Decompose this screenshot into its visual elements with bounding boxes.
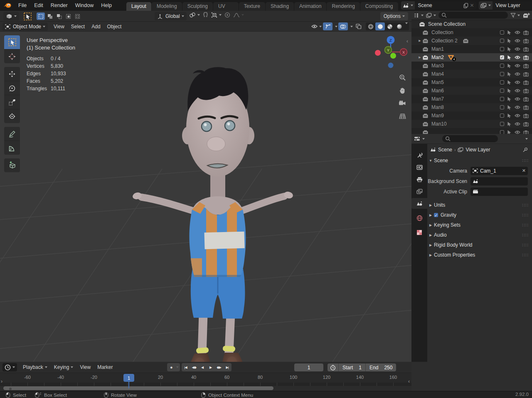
render-camera-icon[interactable] bbox=[523, 47, 529, 52]
next-key-button[interactable]: ◆▶ bbox=[215, 363, 223, 371]
panel-rigid-body-world[interactable]: ▶Rigid Body World∷∷ bbox=[427, 240, 532, 250]
play-button[interactable]: ▶ bbox=[207, 363, 215, 371]
filter-mode-dropdown[interactable] bbox=[426, 13, 436, 18]
timeline-menu-marker[interactable]: Marker bbox=[94, 364, 116, 370]
render-camera-icon[interactable] bbox=[523, 30, 529, 35]
scene-panel-header[interactable]: ▼ Scene ∷∷ bbox=[427, 156, 532, 166]
panel-grip-icon[interactable]: ∷∷ bbox=[522, 213, 529, 218]
camera-view-button[interactable] bbox=[397, 97, 408, 109]
tab-layout[interactable]: Layout bbox=[126, 2, 151, 11]
gravity-checkbox[interactable]: ✓ bbox=[434, 213, 438, 217]
options-button[interactable]: Options bbox=[380, 12, 408, 20]
overlays-dropdown[interactable] bbox=[350, 26, 353, 27]
selectable-icon[interactable] bbox=[507, 30, 512, 35]
exclude-checkbox[interactable] bbox=[500, 72, 504, 76]
timeline-menu-keying[interactable]: Keying bbox=[51, 364, 77, 370]
tab-modeling[interactable]: Modeling bbox=[152, 2, 182, 11]
mode-dropdown[interactable]: Object Mode bbox=[2, 22, 48, 31]
playhead[interactable]: 1 bbox=[123, 374, 134, 382]
proportional-edit-icon[interactable] bbox=[224, 12, 230, 18]
use-preview-range-toggle[interactable] bbox=[328, 363, 338, 371]
hide-eye-icon[interactable] bbox=[515, 72, 520, 76]
show-hide-dropdown[interactable] bbox=[311, 22, 322, 30]
active-tool-button[interactable] bbox=[22, 12, 33, 21]
exclude-checkbox[interactable] bbox=[500, 105, 504, 109]
gizmos-toggle[interactable] bbox=[323, 22, 332, 30]
falloff-curve-icon[interactable] bbox=[233, 12, 244, 18]
exclude-checkbox[interactable] bbox=[500, 114, 504, 118]
new-collection-button[interactable] bbox=[523, 12, 530, 18]
render-camera-icon[interactable] bbox=[523, 72, 529, 77]
properties-tab-scene[interactable] bbox=[411, 198, 427, 209]
render-camera-icon[interactable] bbox=[523, 89, 529, 93]
rotate-tool[interactable] bbox=[4, 81, 20, 95]
properties-tab-output[interactable] bbox=[411, 174, 427, 185]
overlays-toggle[interactable] bbox=[338, 22, 348, 30]
timeline-menu-playback[interactable]: Playback bbox=[20, 364, 51, 370]
selectable-icon[interactable] bbox=[507, 47, 512, 52]
select-set-button[interactable] bbox=[37, 12, 45, 20]
jump-end-button[interactable]: ▶| bbox=[223, 363, 232, 371]
prev-key-button[interactable]: ◀◆ bbox=[190, 363, 198, 371]
filter-button[interactable] bbox=[510, 13, 520, 18]
outliner-row-man8[interactable]: Man8 bbox=[411, 103, 532, 111]
exclude-checkbox[interactable] bbox=[500, 130, 504, 134]
add-cube-tool[interactable] bbox=[4, 158, 20, 172]
timeline-scrollbar[interactable] bbox=[3, 386, 273, 390]
panel-grip-icon[interactable]: ∷∷ bbox=[522, 158, 529, 163]
blender-logo-icon[interactable] bbox=[3, 2, 11, 8]
timeline-track[interactable] bbox=[0, 383, 411, 386]
ortho-grid-button[interactable] bbox=[397, 110, 408, 122]
editor-type-button[interactable] bbox=[3, 12, 19, 20]
select-invert-button[interactable] bbox=[64, 12, 72, 20]
shading-dropdown[interactable] bbox=[405, 22, 408, 24]
menu-edit[interactable]: Edit bbox=[30, 0, 47, 11]
snap-with-dropdown[interactable] bbox=[211, 12, 222, 18]
exclude-checkbox[interactable] bbox=[500, 30, 504, 35]
active-clip-field[interactable] bbox=[470, 188, 528, 196]
clear-camera-icon[interactable]: ✕ bbox=[522, 168, 526, 173]
select-subtract-button[interactable] bbox=[55, 12, 63, 20]
selectable-icon[interactable] bbox=[507, 63, 512, 68]
breadcrumb-view-layer[interactable]: View Layer bbox=[466, 147, 490, 153]
outliner-row-man9[interactable]: Man9 bbox=[411, 111, 532, 120]
properties-tab-tool[interactable] bbox=[411, 150, 427, 161]
outliner-row-man6[interactable]: Man6 bbox=[411, 87, 532, 95]
tab-animation[interactable]: Animation bbox=[294, 2, 326, 11]
panel-audio[interactable]: ▶Audio∷∷ bbox=[427, 230, 532, 240]
outliner-row-man7[interactable]: Man7 bbox=[411, 95, 532, 103]
menu-render[interactable]: Render bbox=[47, 0, 71, 11]
panel-keying-sets[interactable]: ▶Keying Sets∷∷ bbox=[427, 220, 532, 230]
transform-orientation-dropdown[interactable]: Global bbox=[155, 12, 187, 20]
viewport-menu-select[interactable]: Select bbox=[68, 21, 88, 32]
panel-grip-icon[interactable]: ∷∷ bbox=[522, 203, 529, 208]
exclude-checkbox[interactable] bbox=[500, 97, 504, 101]
play-back-button[interactable]: ◀ bbox=[198, 363, 207, 371]
tab-compositing[interactable]: Compositing bbox=[360, 2, 398, 11]
collapse-right-icon[interactable]: ‹ bbox=[408, 378, 410, 384]
display-mode-dropdown[interactable] bbox=[414, 13, 424, 18]
outliner-search[interactable] bbox=[438, 12, 508, 19]
panel-grip-icon[interactable]: ∷∷ bbox=[522, 252, 529, 258]
scale-tool[interactable] bbox=[4, 95, 20, 109]
menu-window[interactable]: Window bbox=[71, 0, 97, 11]
selectable-icon[interactable] bbox=[507, 130, 512, 134]
gizmos-dropdown[interactable] bbox=[335, 26, 337, 27]
panel-units[interactable]: ▶Units∷∷ bbox=[427, 200, 532, 210]
zoom-button[interactable] bbox=[397, 72, 408, 83]
render-camera-icon[interactable] bbox=[523, 105, 529, 110]
panel-custom-properties[interactable]: ▶Custom Properties∷∷ bbox=[427, 250, 532, 260]
properties-tab-world[interactable] bbox=[411, 213, 427, 223]
exclude-checkbox[interactable] bbox=[500, 47, 504, 51]
outliner-row-man2[interactable]: ▶Man24✓ bbox=[411, 53, 532, 62]
scene-selector[interactable]: Scene ✕ bbox=[401, 1, 476, 10]
panel-gravity[interactable]: ▶✓Gravity∷∷ bbox=[427, 210, 532, 220]
view-layer-selector[interactable]: View Layer ✕ bbox=[479, 1, 532, 10]
measure-tool[interactable] bbox=[4, 141, 20, 155]
render-camera-icon[interactable] bbox=[523, 39, 529, 43]
snap-magnet-icon[interactable] bbox=[203, 12, 208, 18]
tab-uv-editing[interactable]: UV Editing bbox=[213, 2, 239, 11]
render-camera-icon[interactable] bbox=[523, 114, 529, 118]
hide-eye-icon[interactable] bbox=[515, 39, 520, 43]
scene-data-icon[interactable] bbox=[401, 1, 415, 10]
